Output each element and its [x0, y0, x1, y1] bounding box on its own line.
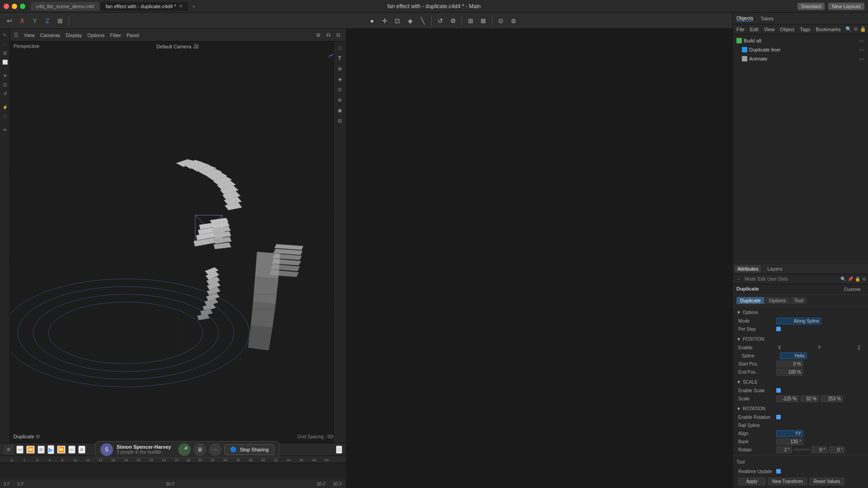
options-header[interactable]: ▼ Options — [736, 310, 864, 315]
spline-value[interactable]: Helix — [780, 352, 807, 359]
attr-settings-icon[interactable]: ⚙ — [862, 277, 866, 282]
new-layouts-button[interactable]: New Layouts — [828, 3, 864, 10]
tool-move[interactable]: ✛ — [1, 71, 9, 80]
vr-icon-3[interactable]: ⊕ — [335, 64, 344, 73]
object-build-alt[interactable]: Build alt ○○ — [733, 36, 868, 45]
attr-subtab-options[interactable]: Options — [765, 297, 790, 304]
realtime-update-checkbox[interactable] — [776, 469, 781, 474]
play-reverse-btn[interactable]: ⏩ — [57, 446, 66, 454]
position-header[interactable]: ▼ POSITION — [736, 337, 864, 342]
play-btn[interactable]: ▶ — [47, 445, 54, 454]
object-duplicate-liner[interactable]: Duplicate liner ○○ — [738, 45, 868, 54]
toolbar-render-btn[interactable]: ⊠ — [477, 15, 489, 27]
toolbar-grid-btn[interactable]: ⊞ — [54, 15, 66, 27]
build-alt-visibility[interactable]: ○○ — [859, 38, 864, 43]
viewport-menu-view[interactable]: View — [24, 33, 35, 38]
tab-fan-effect[interactable]: fan effect with - duplicate.c4d4 * ✕ — [100, 2, 188, 11]
vr-icon-2[interactable]: T — [335, 54, 344, 63]
vr-icon-7[interactable]: ◉ — [335, 106, 344, 115]
toolbar-select-btn[interactable]: ● — [366, 15, 378, 27]
rotate-y[interactable] — [794, 449, 810, 450]
toolbar-camera-btn[interactable]: ⊙ — [495, 15, 507, 27]
stop-sharing-button[interactable]: 🔵 Stop Sharing — [224, 444, 274, 455]
toolbar-rotate-btn[interactable]: ◈ — [404, 15, 416, 27]
bookmarks-tab[interactable]: Bookmarks — [814, 27, 842, 32]
file-tab[interactable]: File — [735, 27, 746, 32]
search-icon[interactable]: 🔍 — [845, 26, 852, 32]
tool-cursor[interactable]: ↖ — [1, 31, 9, 39]
enable-rotation-checkbox[interactable] — [776, 415, 781, 419]
rotate-w[interactable]: 0 ° — [829, 446, 845, 453]
tool-edges[interactable]: ⊟ — [1, 49, 9, 57]
layers-tab[interactable]: Layers — [764, 265, 785, 272]
stop-btn[interactable]: ⏹ — [38, 446, 45, 454]
vr-icon-5[interactable]: ⊙ — [335, 85, 344, 94]
lock-icon[interactable]: 🔒 — [860, 26, 866, 32]
toolbar-x-btn[interactable]: X — [16, 15, 28, 27]
viewport-menu-filter[interactable]: Filter — [110, 33, 121, 38]
viewport-icon-3[interactable]: ⊡ — [334, 31, 342, 39]
mode-value[interactable]: Along Spline — [776, 318, 821, 324]
tool-scale[interactable]: ⊡ — [1, 80, 9, 89]
tags-tab[interactable]: Tags — [798, 27, 812, 32]
tool-sculpt[interactable]: ◌ — [1, 112, 9, 120]
timeline-expand-btn[interactable]: ⊞ — [336, 446, 342, 454]
vr-icon-6[interactable]: ⊛ — [335, 95, 344, 104]
toolbar-snap-btn[interactable]: ↺ — [434, 15, 446, 27]
vr-icon-8[interactable]: ⊟ — [335, 116, 344, 125]
tool-rotate[interactable]: ↺ — [1, 89, 9, 98]
viewport-menu-panel[interactable]: Panel — [127, 33, 139, 38]
tool-paint[interactable]: ✏ — [1, 126, 9, 134]
tab-add-button[interactable]: + — [189, 2, 199, 11]
tool-live[interactable]: ⚡ — [1, 103, 9, 111]
end-pos-value[interactable]: 100 % — [776, 369, 803, 375]
tool-poly[interactable]: ⬜ — [1, 58, 9, 66]
viewport-menu-display[interactable]: Display — [66, 33, 82, 38]
attr-edit-btn[interactable]: Edit — [758, 277, 765, 282]
takes-tab[interactable]: Takes — [760, 16, 774, 21]
per-step-checkbox[interactable] — [776, 327, 781, 331]
close-button[interactable] — [4, 4, 9, 9]
edit-tab[interactable]: Edit — [748, 27, 760, 32]
viewport-menu-options[interactable]: Options — [87, 33, 104, 38]
align-value[interactable]: YY — [776, 430, 803, 437]
standard-button[interactable]: Standard — [797, 3, 825, 10]
rotate-x[interactable]: 2 ° — [776, 446, 792, 453]
record-btn[interactable]: ⏺ — [78, 446, 85, 454]
toolbar-settings-btn[interactable]: ⚙ — [447, 15, 459, 27]
attr-search-icon[interactable]: 🔍 — [840, 277, 846, 282]
rotation-header[interactable]: ▼ ROTATION — [736, 406, 864, 411]
toolbar-y-btn[interactable]: Y — [29, 15, 41, 27]
viewport-menu-cameras[interactable]: Cameras — [40, 33, 61, 38]
toolbar-close-btn[interactable]: ╲ — [417, 15, 429, 27]
scale-z[interactable]: 253 % — [821, 395, 843, 402]
apply-btn[interactable]: Apply — [738, 478, 765, 485]
reset-values-btn[interactable]: Reset Values — [810, 478, 844, 485]
viewport[interactable]: Perspective Default Camera 🎥 X Y Z — [10, 42, 346, 443]
toolbar-z-btn[interactable]: Z — [42, 15, 53, 27]
tab-close-icon[interactable]: ✕ — [179, 4, 183, 9]
timeline-track[interactable] — [0, 463, 346, 479]
rotate-z[interactable]: 0 ° — [811, 446, 827, 453]
animate-visibility[interactable]: ○○ — [859, 56, 864, 61]
view-tab[interactable]: View — [762, 27, 777, 32]
minimize-button[interactable] — [12, 4, 17, 9]
toolbar-move-btn[interactable]: ✛ — [379, 15, 391, 27]
attr-subtab-tool[interactable]: Tool — [791, 297, 807, 304]
huddle-mic-btn[interactable]: 🎤 — [178, 443, 191, 456]
scale-y[interactable]: 32 % — [801, 395, 819, 402]
start-pos-value[interactable]: 0 % — [776, 361, 803, 367]
attributes-tab[interactable]: Attributes — [735, 265, 761, 272]
attr-lock-icon[interactable]: 🔒 — [855, 277, 860, 282]
scale-header[interactable]: ▼ SCALE — [736, 380, 864, 385]
enable-scale-checkbox[interactable] — [776, 388, 781, 393]
tool-points[interactable]: ∴ — [1, 40, 9, 48]
attr-back-btn[interactable]: ← — [735, 276, 743, 282]
vr-icon-1[interactable]: □ — [335, 43, 344, 52]
attr-userdata-btn[interactable]: User Data — [767, 277, 788, 282]
maximize-button[interactable] — [20, 4, 25, 9]
viewport-icon-2[interactable]: ☊ — [324, 31, 332, 39]
attr-mode-btn[interactable]: Mode — [745, 277, 756, 282]
vr-icon-4[interactable]: ◈ — [335, 75, 344, 84]
toolbar-scale-btn[interactable]: ⊡ — [392, 15, 403, 27]
